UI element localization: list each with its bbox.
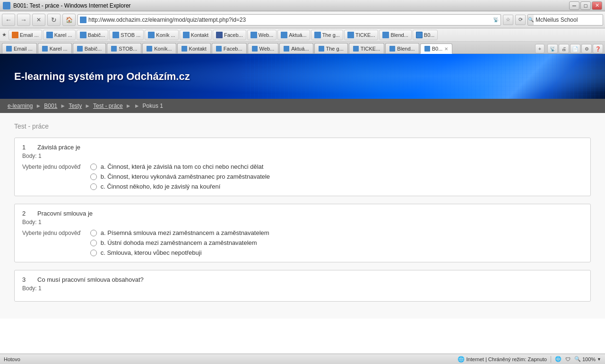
tab-icon-11 (389, 46, 395, 52)
tab-label-7: Web... (259, 46, 275, 52)
answer-item-0-0: a. Činnost, která je závislá na tom co c… (90, 163, 583, 170)
fav-item-0[interactable]: Email ... (9, 30, 42, 40)
page-btn[interactable]: 📄 (570, 44, 580, 53)
fav-label-8: Aktuá... (289, 32, 306, 38)
radio-btn-1-1[interactable] (90, 240, 97, 246)
maximize-button[interactable]: □ (580, 1, 591, 10)
question-body-1: Vyberte jednu odpověďa. Písemná smlouva … (22, 229, 583, 256)
fav-item-7[interactable]: Web... (247, 30, 277, 40)
tab-close-12[interactable]: ✕ (444, 46, 448, 52)
radio-btn-1-2[interactable] (90, 250, 97, 256)
breadcrumb-item-0[interactable]: e-learning (8, 103, 33, 109)
fav-item-9[interactable]: The g... (311, 30, 343, 40)
search-engine-icon: 🔍 (528, 14, 534, 26)
radio-btn-1-0[interactable] (90, 230, 97, 236)
fav-item-2[interactable]: Babič... (77, 30, 109, 40)
tab-icon-6 (216, 46, 222, 52)
forward-button[interactable]: → (17, 14, 30, 26)
answer-text-0-2: c. Činnost někoho, kdo je závislý na kou… (101, 183, 221, 190)
tab-2[interactable]: Babič... (73, 43, 106, 53)
fav-item-3[interactable]: STOB ... (109, 30, 144, 40)
breadcrumb-item-3[interactable]: Test - práce (93, 103, 123, 109)
answer-text-0-1: b. Činnost, kterou vykonává zaměstnanec … (101, 173, 270, 180)
fav-item-8[interactable]: Aktuá... (277, 30, 310, 40)
home-button[interactable]: 🏠 (62, 14, 76, 26)
minimize-button[interactable]: ─ (569, 1, 579, 10)
close-button[interactable]: ✕ (592, 1, 602, 10)
url-display[interactable]: http://www.odchazim.cz/elearning/mod/qui… (88, 17, 493, 23)
tab-label-1: Karel ... (50, 46, 68, 52)
print-btn[interactable]: 🖨 (559, 44, 569, 53)
breadcrumb-item-2[interactable]: Testy (69, 103, 82, 109)
page-content: E-learning systém pro Odcházím.cz e-lear… (0, 54, 605, 354)
tab-label-9: The g... (326, 46, 344, 52)
tab-9[interactable]: The g... (314, 43, 348, 53)
refresh-addr-btn[interactable]: ⟳ (515, 15, 526, 25)
answer-item-1-2: c. Smlouva, kterou vůbec nepotřebuji (90, 249, 583, 256)
fav-item-11[interactable]: Blend... (379, 30, 411, 40)
address-bar-icons: 📡 (493, 17, 499, 22)
question-label-1: Vyberte jednu odpověď (22, 229, 81, 237)
fav-item-6[interactable]: Faceb... (213, 30, 246, 40)
fav-item-12[interactable]: B0... (413, 30, 438, 40)
answer-text-1-1: b. Ústní dohoda mezi zaměstnancem a zamě… (101, 239, 257, 246)
tab-label-0: Email ... (14, 46, 33, 52)
tab-1[interactable]: Karel ... (38, 43, 72, 53)
tab-label-10: TICKE... (361, 46, 380, 52)
fav-label-7: Web... (259, 32, 274, 38)
question-box-2: 3Co musí pracovní smlouva obsahovat?Body… (14, 270, 591, 302)
answer-list-1: a. Písemná smlouva mezi zaměstnancem a z… (90, 229, 583, 256)
tab-icon-5 (182, 46, 187, 52)
favorites-star[interactable]: ☆ (503, 15, 513, 25)
back-button[interactable]: ← (2, 14, 15, 26)
question-box-0: 1Závislá práce jeBody: 1Vyberte jednu od… (14, 138, 591, 196)
tools-btn[interactable]: ⚙ (581, 44, 592, 53)
tab-11[interactable]: Blend... (385, 43, 419, 53)
new-tab-button[interactable]: + (535, 44, 544, 53)
radio-btn-0-0[interactable] (90, 164, 97, 170)
fav-label-0: Email ... (20, 32, 39, 38)
quiz-title: Test - práce (14, 122, 591, 130)
tab-0[interactable]: Email ... (2, 43, 37, 53)
fav-item-1[interactable]: Karel ... (43, 30, 76, 40)
browser-icon (3, 2, 10, 9)
window-title: B001: Test - práce - Windows Internet Ex… (13, 2, 131, 9)
favicon (80, 17, 86, 23)
radio-btn-0-2[interactable] (90, 183, 97, 190)
stop-button[interactable]: ✕ (32, 14, 45, 26)
search-input[interactable] (534, 17, 603, 23)
answer-item-0-1: b. Činnost, kterou vykonává zaměstnanec … (90, 173, 583, 180)
answer-list-0: a. Činnost, která je závislá na tom co c… (90, 163, 583, 190)
fav-item-5[interactable]: Kontakt (180, 30, 212, 40)
question-number-0: 1 (22, 144, 32, 151)
tab-10[interactable]: TICKE... (349, 43, 385, 53)
fav-label-9: The g... (322, 32, 340, 38)
tab-12[interactable]: B0...✕ (420, 43, 453, 54)
help-btn[interactable]: ❓ (593, 44, 603, 53)
answer-item-0-2: c. Činnost někoho, kdo je závislý na kou… (90, 183, 583, 190)
breadcrumb-item-1[interactable]: B001 (44, 103, 57, 109)
fav-item-10[interactable]: TICKE... (344, 30, 379, 40)
feed-btn[interactable]: 📡 (547, 44, 558, 53)
favorites-bar: ★ Email ...Karel ...Babič...STOB ...Koní… (0, 28, 605, 42)
address-bar-input-wrap[interactable]: http://www.odchazim.cz/elearning/mod/qui… (78, 14, 501, 26)
window-controls[interactable]: ─ □ ✕ (569, 1, 602, 10)
answer-item-1-1: b. Ústní dohoda mezi zaměstnancem a zamě… (90, 239, 583, 246)
fav-item-4[interactable]: Koník ... (145, 30, 178, 40)
tab-4[interactable]: Koník... (142, 43, 176, 53)
tab-3[interactable]: STOB... (107, 43, 141, 53)
question-text-1: Pracovní smlouva je (37, 210, 93, 217)
tab-label-8: Aktuá... (291, 46, 309, 52)
tab-7[interactable]: Web... (248, 43, 279, 53)
tab-6[interactable]: Faceb... (212, 43, 247, 53)
search-box[interactable]: 🔍 ▼ (527, 14, 603, 26)
rss-icon[interactable]: 📡 (493, 17, 499, 22)
answer-text-1-0: a. Písemná smlouva mezi zaměstnancem a z… (101, 229, 269, 236)
tab-5[interactable]: Kontakt (177, 43, 211, 53)
refresh-button[interactable]: ↻ (47, 14, 60, 26)
question-header-0: 1Závislá práce je (22, 144, 583, 151)
tab-label-4: Koník... (154, 46, 172, 52)
tab-icon-10 (353, 46, 359, 52)
radio-btn-0-1[interactable] (90, 173, 97, 180)
tab-8[interactable]: Aktuá... (279, 43, 313, 53)
